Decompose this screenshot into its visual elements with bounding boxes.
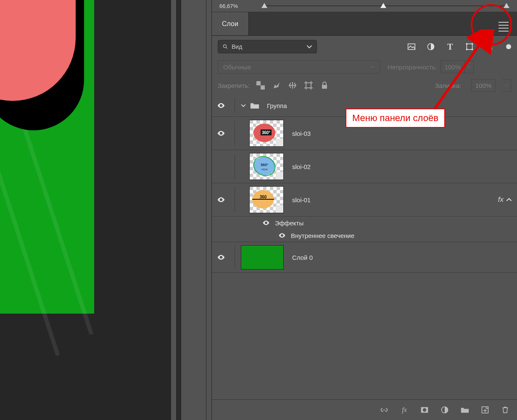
- svg-point-0: [223, 45, 226, 48]
- layer-filter-row: Вид T: [212, 36, 517, 58]
- visibility-toggle[interactable]: [217, 253, 225, 262]
- navigator-zoom-row: 66,67%: [212, 0, 517, 12]
- lock-all-icon[interactable]: [320, 81, 329, 90]
- canvas-content: [0, 0, 94, 314]
- svg-rect-5: [466, 43, 467, 45]
- svg-rect-7: [466, 49, 467, 50]
- lock-fill-row: Закрепить: Заливка: 100%: [212, 76, 517, 95]
- zoom-slider-min[interactable]: [261, 3, 267, 8]
- adjustment-layer-button[interactable]: [441, 406, 449, 414]
- svg-text:360: 360: [260, 195, 267, 199]
- chevron-down-icon: [306, 44, 312, 50]
- effect-item-row[interactable]: Внутреннее свечение: [212, 229, 517, 242]
- blend-mode-value: Обычные: [223, 63, 251, 71]
- lock-artboard-icon[interactable]: [304, 81, 313, 90]
- expand-toggle[interactable]: [241, 103, 246, 108]
- filter-shape-icon[interactable]: [465, 42, 474, 51]
- layers-bottom-toolbar: fx: [212, 399, 517, 420]
- effect-name: Внутреннее свечение: [291, 232, 354, 239]
- opacity-value[interactable]: 100%: [441, 61, 465, 73]
- lock-transparency-icon[interactable]: [256, 81, 265, 90]
- new-layer-button[interactable]: [481, 406, 489, 414]
- layer-name[interactable]: sloi-02: [292, 163, 311, 170]
- layer-row[interactable]: 360°VIEW sloi-02: [212, 150, 517, 183]
- search-icon: [222, 44, 228, 50]
- chevron-down-icon: [370, 65, 375, 69]
- svg-rect-12: [261, 85, 265, 90]
- panel-tab-bar: Слои: [212, 12, 517, 36]
- layer-thumbnail[interactable]: [241, 245, 284, 269]
- svg-rect-8: [472, 49, 473, 50]
- fill-dropdown[interactable]: [502, 79, 511, 92]
- layer-filter-select[interactable]: Вид: [218, 40, 317, 53]
- filter-toggle[interactable]: [506, 44, 511, 49]
- panel-menu-button[interactable]: [499, 20, 509, 34]
- filter-smartobject-icon[interactable]: [484, 42, 493, 51]
- visibility-toggle[interactable]: [278, 232, 286, 239]
- new-group-button[interactable]: [461, 406, 469, 414]
- lock-pixels-icon[interactable]: [272, 81, 281, 90]
- collapsed-panel-strip[interactable]: [186, 0, 206, 420]
- lock-label: Закрепить:: [218, 82, 250, 89]
- visibility-toggle[interactable]: [262, 219, 270, 227]
- svg-line-1: [226, 48, 227, 49]
- effects-header-row[interactable]: Эффекты: [212, 217, 517, 229]
- svg-rect-13: [306, 83, 311, 88]
- layer-name[interactable]: sloi-03: [292, 130, 311, 137]
- fill-value[interactable]: 100%: [471, 79, 496, 92]
- opacity-dropdown[interactable]: [465, 61, 474, 73]
- lock-position-icon[interactable]: [288, 81, 297, 90]
- svg-rect-4: [467, 44, 472, 49]
- layer-style-button[interactable]: fx: [400, 406, 409, 414]
- layer-name[interactable]: Слой 0: [292, 254, 313, 261]
- effects-label: Эффекты: [275, 219, 303, 227]
- visibility-toggle[interactable]: [217, 101, 225, 110]
- blend-opacity-row: Обычные Непрозрачность: 100%: [212, 58, 517, 76]
- layer-row[interactable]: Слой 0: [212, 242, 517, 273]
- layer-thumbnail[interactable]: 360°VIEW: [249, 153, 284, 180]
- zoom-value[interactable]: 66,67%: [219, 3, 238, 9]
- smartobject-badge-icon: [276, 139, 283, 146]
- filter-adjustment-icon[interactable]: [426, 42, 435, 51]
- svg-text:VIEW: VIEW: [261, 168, 268, 171]
- visibility-toggle[interactable]: [217, 195, 225, 204]
- blend-mode-select[interactable]: Обычные: [218, 60, 380, 74]
- filter-type-label: Вид: [232, 43, 242, 50]
- visibility-toggle[interactable]: [217, 129, 225, 137]
- svg-text:360°: 360°: [262, 130, 271, 135]
- zoom-slider-thumb[interactable]: [380, 3, 386, 8]
- panel-divider[interactable]: [171, 0, 177, 420]
- zoom-slider-max[interactable]: [504, 3, 509, 8]
- annotation-label: Меню панели слоёв: [346, 108, 445, 128]
- layers-panel: 66,67% Слои Вид T Обычные Непрозрачнос: [212, 0, 517, 420]
- fx-collapse-icon[interactable]: [506, 197, 512, 203]
- fx-badge[interactable]: fx: [498, 195, 504, 204]
- folder-icon: [250, 102, 259, 109]
- layer-row[interactable]: 360 sloi-01 fx: [212, 183, 517, 217]
- svg-rect-9: [486, 44, 492, 50]
- delete-layer-button[interactable]: [501, 406, 509, 414]
- tab-label: Слои: [222, 20, 238, 28]
- svg-rect-18: [322, 85, 327, 89]
- panel-divider[interactable]: [206, 0, 212, 420]
- canvas-area[interactable]: [0, 0, 171, 420]
- layer-name[interactable]: sloi-01: [292, 196, 311, 203]
- layer-thumbnail[interactable]: 360°: [249, 120, 284, 147]
- svg-rect-6: [472, 43, 473, 45]
- smartobject-badge-icon: [276, 205, 283, 213]
- link-layers-button[interactable]: [380, 406, 388, 414]
- svg-point-30: [423, 408, 426, 412]
- layer-name[interactable]: Группа: [267, 102, 287, 109]
- filter-pixel-icon[interactable]: [407, 42, 416, 51]
- layer-mask-button[interactable]: [420, 406, 429, 414]
- svg-text:360°: 360°: [261, 163, 269, 167]
- layer-thumbnail[interactable]: 360: [249, 186, 284, 213]
- opacity-label: Непрозрачность:: [388, 63, 437, 71]
- smartobject-badge-icon: [276, 172, 283, 180]
- svg-rect-11: [256, 81, 261, 85]
- fill-label: Заливка:: [435, 82, 461, 89]
- tab-layers[interactable]: Слои: [212, 12, 249, 35]
- filter-text-icon[interactable]: T: [446, 42, 455, 51]
- zoom-slider[interactable]: [262, 5, 509, 6]
